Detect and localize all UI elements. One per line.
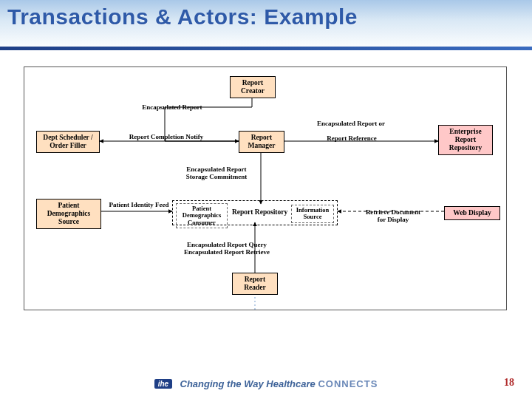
- page-number: 18: [504, 377, 514, 389]
- actor-web-display: Web Display: [444, 206, 500, 220]
- label-report-completion-notify: Report Completion Notify: [115, 134, 218, 141]
- actor-report-manager: ReportManager: [239, 131, 284, 153]
- slide-footer: ihe Changing the Way Healthcare CONNECTS: [0, 377, 532, 390]
- label-retrieve-doc: Retrieve Documentfor Display: [351, 209, 435, 224]
- actor-enterprise-repo: EnterpriseReportRepository: [438, 125, 493, 155]
- label-encapsulated-report: Encapsulated Report: [128, 104, 216, 112]
- label-storage-commitment: Encapsulated ReportStorage Commitment: [165, 166, 268, 181]
- footer-tagline-connects: CONNECTS: [318, 378, 378, 389]
- grouped-label-report-repository: Report Repository: [232, 208, 287, 216]
- label-query-retrieve: Encapsulated Report QueryEncapsulated Re…: [165, 242, 289, 256]
- grouped-patient-demo-consumer: PatientDemographicsConsumer: [176, 203, 228, 228]
- actor-report-repository-group: PatientDemographicsConsumer Report Repos…: [172, 200, 338, 225]
- label-encapsulated-report-or: Encapsulated Report or: [299, 120, 403, 128]
- slide-title: Transactions & Actors: Example: [7, 4, 525, 30]
- footer-tagline-main: Changing the Way Healthcare: [180, 378, 316, 389]
- actor-patient-demo-source: PatientDemographicsSource: [36, 199, 101, 229]
- grouped-information-source: InformationSource: [291, 205, 334, 223]
- label-patient-identity-feed: Patient Identity Feed: [101, 202, 177, 209]
- footer-tagline: Changing the Way Healthcare CONNECTS: [180, 378, 378, 389]
- actor-report-creator: ReportCreator: [230, 76, 276, 98]
- actor-dept-scheduler: Dept Scheduler /Order Filler: [36, 131, 100, 153]
- diagram-canvas: ReportCreator Dept Scheduler /Order Fill…: [24, 66, 507, 310]
- actor-report-reader: ReportReader: [232, 273, 278, 295]
- slide-header: Transactions & Actors: Example: [0, 0, 532, 50]
- label-report-reference: Report Reference: [311, 135, 392, 143]
- footer-brand-badge: ihe: [154, 379, 172, 389]
